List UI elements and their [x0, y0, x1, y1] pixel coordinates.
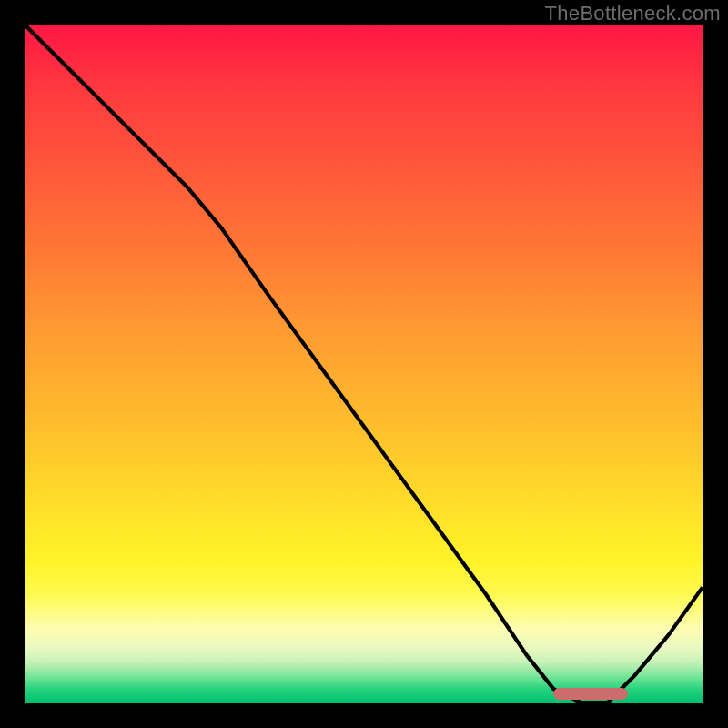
optimal-region-marker	[553, 688, 628, 700]
attribution-label: TheBottleneck.com	[545, 2, 721, 25]
chart-overlay	[25, 25, 703, 703]
bottleneck-curve-line	[25, 25, 703, 703]
chart-container: TheBottleneck.com	[0, 0, 728, 728]
